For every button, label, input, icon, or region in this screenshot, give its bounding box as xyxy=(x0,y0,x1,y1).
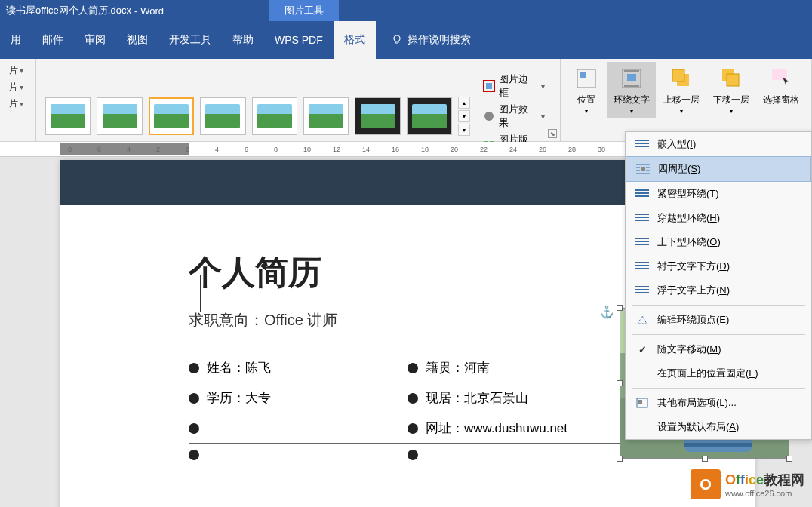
bullet-icon xyxy=(408,363,418,373)
style-thumb-1[interactable] xyxy=(45,97,91,135)
wrap-behind-icon xyxy=(635,261,650,272)
ruler-tick: 8 xyxy=(274,146,278,153)
svg-rect-27 xyxy=(638,400,642,404)
ruler-tick: 10 xyxy=(303,146,311,153)
edit-wrap-points[interactable]: 编辑环绕顶点(E) xyxy=(626,308,811,332)
set-default-layout[interactable]: 设置为默认布局(A) xyxy=(626,415,811,439)
tab-view[interactable]: 视图 xyxy=(116,21,158,59)
adjust-btn-3[interactable]: 片 xyxy=(6,95,29,112)
style-thumb-5[interactable] xyxy=(252,97,297,135)
wrap-tight-icon xyxy=(635,189,650,199)
ruler-tick: 22 xyxy=(480,146,488,153)
svg-rect-10 xyxy=(627,74,636,81)
ribbon-group-picture-styles: ▴ ▾ ▾ 图片边框 图片效果 图片版式 图片样式 ⬊ xyxy=(36,59,561,141)
border-icon xyxy=(482,79,495,93)
resize-handle-br[interactable] xyxy=(786,456,792,462)
style-thumb-7[interactable] xyxy=(355,97,400,135)
resize-handle-bl[interactable] xyxy=(617,456,623,462)
adjust-btn-1[interactable]: 片 xyxy=(6,62,29,78)
wrap-square-icon xyxy=(635,164,651,174)
wrap-top-bottom[interactable]: 上下型环绕(O) xyxy=(626,230,811,254)
text-cursor xyxy=(200,275,201,312)
check-icon: ✓ xyxy=(635,344,650,355)
picture-border-button[interactable]: 图片边框 xyxy=(482,72,545,100)
cell-residence: 现居：北京石景山 xyxy=(426,389,528,407)
tab-review[interactable]: 审阅 xyxy=(74,21,116,59)
ruler-tick: 30 xyxy=(598,146,605,153)
tell-me-label: 操作说明搜索 xyxy=(408,33,471,47)
resume-title[interactable]: 个人简历 xyxy=(189,250,626,295)
send-backward-button[interactable]: 下移一层▾ xyxy=(707,62,755,118)
ruler-tick: 18 xyxy=(421,146,429,153)
ruler-tick: 2 xyxy=(156,146,160,153)
cell-name: 姓名：陈飞 xyxy=(207,359,271,376)
gallery-more-icon[interactable]: ▾ xyxy=(458,124,470,136)
wrap-text-button[interactable]: 环绕文字▾ xyxy=(607,62,656,118)
gallery-down-icon[interactable]: ▾ xyxy=(458,110,470,122)
ruler-tick: 4 xyxy=(127,146,131,153)
wrap-tight[interactable]: 紧密型环绕(T) xyxy=(626,182,811,206)
adjust-btn-2[interactable]: 片 xyxy=(6,78,29,95)
selection-pane-icon xyxy=(767,65,795,92)
ruler-tick: 26 xyxy=(539,146,546,153)
gallery-up-icon[interactable]: ▴ xyxy=(458,97,470,109)
bullet-icon xyxy=(408,393,418,404)
tab-format[interactable]: 格式 xyxy=(334,21,376,59)
svg-rect-17 xyxy=(772,69,787,80)
more-layout-options[interactable]: 其他布局选项(L)... xyxy=(626,391,811,415)
resize-handle-tl[interactable] xyxy=(617,305,623,311)
bring-forward-button[interactable]: 上移一层▾ xyxy=(657,62,706,118)
wrap-inline[interactable]: 嵌入型(I) xyxy=(626,132,811,156)
menu-separator xyxy=(632,334,805,335)
style-thumb-2[interactable] xyxy=(97,97,142,135)
bullet-icon xyxy=(189,363,199,373)
svg-rect-14 xyxy=(672,69,684,81)
style-thumb-3[interactable] xyxy=(149,97,194,135)
tab-references[interactable]: 用 xyxy=(0,21,32,59)
tell-me-search[interactable]: 操作说明搜索 xyxy=(391,33,471,47)
ruler-tick: 12 xyxy=(333,146,340,153)
resize-handle-bm[interactable] xyxy=(702,456,708,462)
ruler-tick: 28 xyxy=(568,146,576,153)
menu-separator xyxy=(632,388,805,389)
wrap-front-text[interactable]: 浮于文字上方(N) xyxy=(626,278,811,303)
document-filename: 读书屋office网个人简历.docx xyxy=(6,4,131,17)
fix-position[interactable]: 在页面上的位置固定(F) xyxy=(626,361,811,386)
blank-icon xyxy=(635,422,650,432)
tab-developer[interactable]: 开发工具 xyxy=(158,21,222,59)
table-row[interactable]: 学历：大专 现居：北京石景山 xyxy=(189,383,626,413)
style-thumb-4[interactable] xyxy=(200,97,245,135)
wrap-through[interactable]: 穿越型环绕(H) xyxy=(626,206,811,230)
style-thumb-8[interactable] xyxy=(407,97,452,135)
blank-icon xyxy=(635,368,650,379)
resume-subtitle[interactable]: 求职意向：Office 讲师 xyxy=(189,310,626,330)
picture-effects-button[interactable]: 图片效果 xyxy=(482,103,545,130)
effects-icon xyxy=(482,109,495,123)
table-row[interactable]: 姓名：陈飞 籍贯：河南 xyxy=(189,353,626,383)
style-thumb-6[interactable] xyxy=(303,97,349,135)
svg-rect-18 xyxy=(641,167,645,171)
wrap-square[interactable]: 四周型(S) xyxy=(626,156,811,182)
contextual-tab-label: 图片工具 xyxy=(269,0,339,21)
wrap-text-label: 环绕文字 xyxy=(614,94,650,106)
dialog-launcher-icon[interactable]: ⬊ xyxy=(548,129,557,138)
gallery-scroll: ▴ ▾ ▾ xyxy=(458,97,470,136)
selection-pane-button[interactable]: 选择窗格 xyxy=(757,62,805,109)
ruler-tick: 4 xyxy=(215,146,219,153)
svg-marker-25 xyxy=(638,316,647,324)
cell-education: 学历：大专 xyxy=(207,389,271,407)
picture-border-label: 图片边框 xyxy=(499,72,537,100)
cell-website: 网址：www.dushuwu.net xyxy=(426,419,567,437)
tab-help[interactable]: 帮助 xyxy=(222,21,264,59)
wrap-topbottom-icon xyxy=(635,237,650,247)
wrap-behind-text[interactable]: 衬于文字下方(D) xyxy=(626,254,811,278)
tab-mailings[interactable]: 邮件 xyxy=(32,21,74,59)
more-layout-icon xyxy=(635,398,650,408)
table-row[interactable]: 网址：www.dushuwu.net xyxy=(189,413,626,444)
tab-wps-pdf[interactable]: WPS PDF xyxy=(264,21,334,59)
ribbon-tabs: 用 邮件 审阅 视图 开发工具 帮助 WPS PDF 格式 操作说明搜索 xyxy=(0,21,812,59)
resize-handle-ml[interactable] xyxy=(617,380,623,386)
position-button[interactable]: 位置▾ xyxy=(567,62,606,118)
move-with-text[interactable]: ✓ 随文字移动(M) xyxy=(626,337,811,361)
table-row[interactable] xyxy=(189,444,626,466)
